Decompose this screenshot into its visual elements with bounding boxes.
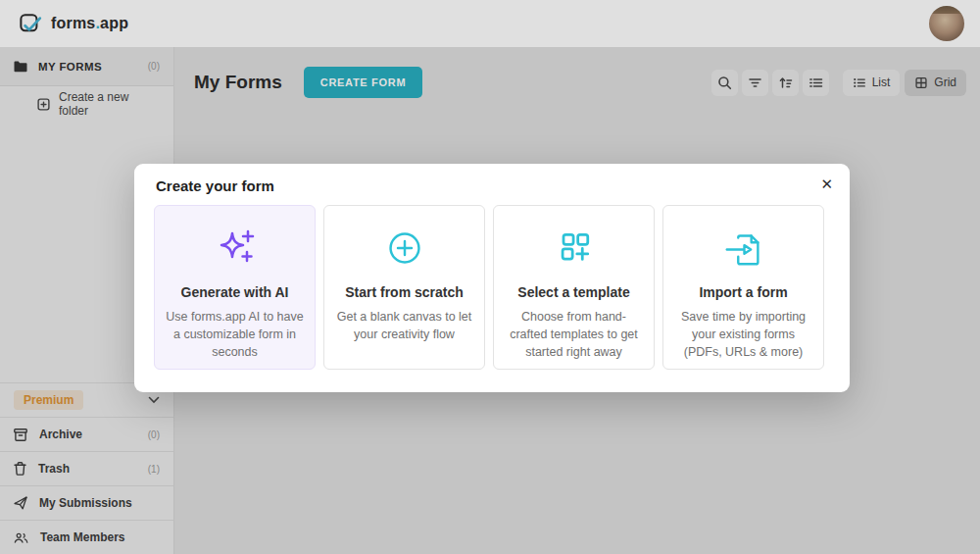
create-form-modal: Create your form ✕ Generate with AI Use … (134, 164, 850, 392)
card-select-a-template[interactable]: Select a template Choose from hand-craft… (493, 205, 655, 370)
close-icon: ✕ (820, 176, 833, 192)
card-title: Import a form (699, 284, 787, 300)
card-import-a-form[interactable]: Import a form Save time by importing you… (662, 205, 824, 370)
card-title: Start from scratch (345, 284, 464, 300)
create-options: Generate with AI Use forms.app AI to hav… (154, 205, 824, 370)
card-description: Save time by importing your existing for… (674, 308, 812, 361)
card-description: Use forms.app AI to have a customizable … (166, 308, 304, 361)
template-grid-icon (553, 224, 596, 273)
import-document-icon (721, 224, 766, 273)
card-generate-with-ai[interactable]: Generate with AI Use forms.app AI to hav… (154, 205, 316, 370)
card-title: Select a template (517, 284, 629, 300)
modal-close-button[interactable]: ✕ (816, 172, 837, 197)
card-description: Get a blank canvas to let your creativit… (335, 308, 473, 343)
card-description: Choose from hand-crafted templates to ge… (505, 308, 643, 361)
card-title: Generate with AI (181, 284, 289, 300)
card-start-from-scratch[interactable]: Start from scratch Get a blank canvas to… (323, 205, 485, 370)
plus-circle-icon (384, 224, 425, 273)
modal-title: Create your form (156, 177, 274, 194)
ai-sparkle-icon (212, 224, 259, 273)
